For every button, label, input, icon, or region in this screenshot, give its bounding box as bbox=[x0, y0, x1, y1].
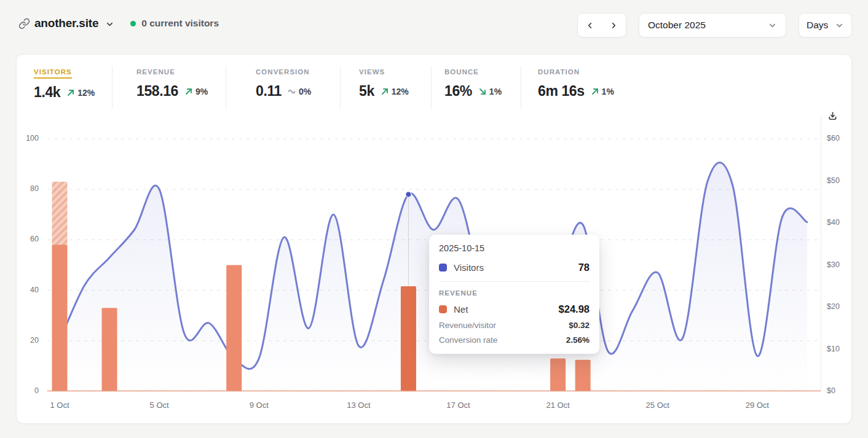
stat-value-row: 0.110% bbox=[256, 83, 311, 100]
tooltip-divider bbox=[439, 281, 590, 282]
trend-up-icon bbox=[184, 87, 195, 96]
visitors-swatch-icon bbox=[439, 264, 447, 272]
y-right-tick-label: $30 bbox=[827, 260, 840, 269]
stat-conversion[interactable]: CONVERSION0.110% bbox=[256, 66, 311, 100]
stat-separator bbox=[226, 66, 226, 109]
stat-visitors[interactable]: VISITORS1.4k12% bbox=[34, 66, 95, 101]
stat-value-row: 6m 16s1% bbox=[538, 83, 614, 100]
tooltip-visitors-value: 78 bbox=[578, 262, 590, 273]
stat-trend-percent: 9% bbox=[195, 87, 208, 96]
chevron-down-icon bbox=[835, 21, 844, 30]
stat-label: DURATION bbox=[538, 68, 580, 77]
trend-flat-icon bbox=[288, 87, 299, 96]
stat-value-row: 158.169% bbox=[136, 83, 208, 100]
download-icon bbox=[827, 111, 838, 122]
period-nav bbox=[577, 13, 626, 37]
stat-value-row: 1.4k12% bbox=[34, 84, 95, 101]
y-left-tick-label: 20 bbox=[17, 336, 39, 345]
chevron-down-icon[interactable] bbox=[105, 20, 114, 29]
y-left-tick-label: 0 bbox=[17, 386, 39, 395]
trend-up-icon bbox=[381, 87, 392, 96]
stat-separator bbox=[112, 66, 112, 109]
stat-separator bbox=[521, 66, 521, 109]
stat-revenue[interactable]: REVENUE158.169% bbox=[136, 66, 208, 100]
header: another.site 0 current visitors bbox=[18, 17, 219, 30]
chevron-right-icon bbox=[609, 21, 618, 30]
stat-value: 0.11 bbox=[256, 83, 282, 100]
trend-up-icon bbox=[591, 87, 602, 96]
stat-trend-percent: 1% bbox=[602, 87, 614, 96]
y-left-tick-label: 100 bbox=[17, 134, 39, 143]
x-tick-label: 21 Oct bbox=[540, 401, 577, 410]
prev-period-button[interactable] bbox=[581, 16, 599, 34]
y-right-tick-label: $10 bbox=[827, 345, 840, 353]
stat-label: VIEWS bbox=[359, 68, 385, 77]
stat-value: 5k bbox=[359, 83, 374, 100]
tooltip-conversion-rate-row: Conversion rate 2.56% bbox=[439, 335, 590, 345]
period-selector[interactable]: October 2025 bbox=[639, 13, 786, 37]
y-right-tick-label: $50 bbox=[827, 176, 840, 185]
stat-value: 1.4k bbox=[34, 84, 60, 101]
next-period-button[interactable] bbox=[605, 16, 623, 34]
tooltip-revenue-per-visitor-row: Revenue/visitor $0.32 bbox=[439, 321, 590, 330]
tooltip-net-row: Net $24.98 bbox=[439, 303, 590, 315]
stat-value: 158.16 bbox=[136, 83, 178, 100]
download-button[interactable] bbox=[824, 108, 841, 125]
stat-value-row: 5k12% bbox=[359, 83, 409, 100]
stat-label: CONVERSION bbox=[256, 68, 310, 77]
site-switcher[interactable]: another.site bbox=[34, 17, 98, 30]
stat-label: BOUNCE bbox=[444, 68, 479, 77]
y-right-tick-label: $20 bbox=[827, 302, 840, 311]
tooltip-net-label: Net bbox=[454, 304, 468, 315]
x-tick-label: 13 Oct bbox=[340, 401, 377, 410]
current-visitors: 0 current visitors bbox=[130, 18, 219, 29]
y-left-tick-label: 60 bbox=[17, 235, 39, 243]
chevron-down-icon bbox=[768, 21, 777, 30]
tooltip-date: 2025-10-15 bbox=[439, 243, 590, 253]
y-right-tick-label: $0 bbox=[827, 386, 835, 395]
x-tick-label: 17 Oct bbox=[440, 401, 476, 410]
y-right-tick-label: $60 bbox=[827, 134, 840, 143]
x-tick-label: 25 Oct bbox=[639, 401, 676, 410]
x-tick-label: 29 Oct bbox=[739, 401, 776, 410]
trend-up-icon bbox=[66, 88, 77, 97]
y-left-tick-label: 80 bbox=[17, 184, 39, 193]
stat-value-row: 16%1% bbox=[444, 83, 502, 100]
x-tick-label: 5 Oct bbox=[141, 401, 178, 410]
stat-trend-percent: 1% bbox=[489, 87, 502, 96]
stat-views[interactable]: VIEWS5k12% bbox=[359, 66, 409, 100]
x-tick-label: 9 Oct bbox=[240, 401, 277, 410]
x-tick-label: 1 Oct bbox=[41, 401, 78, 410]
stat-label: REVENUE bbox=[136, 68, 175, 77]
stat-label: VISITORS bbox=[34, 68, 72, 79]
stat-trend-percent: 12% bbox=[77, 88, 95, 98]
trend-down-icon bbox=[478, 87, 489, 96]
stat-separator bbox=[431, 66, 432, 109]
tooltip-net-value: $24.98 bbox=[559, 303, 590, 315]
stat-trend-percent: 12% bbox=[392, 87, 409, 96]
stat-duration[interactable]: DURATION6m 16s1% bbox=[538, 66, 614, 100]
tooltip-visitors-label: Visitors bbox=[454, 262, 484, 273]
link-icon bbox=[18, 18, 30, 29]
tooltip-revenue-heading: REVENUE bbox=[439, 289, 590, 297]
analytics-dashboard: another.site 0 current visitors October … bbox=[0, 0, 868, 438]
chevron-left-icon bbox=[585, 21, 594, 30]
live-dot-icon bbox=[130, 21, 136, 26]
y-right-tick-label: $40 bbox=[827, 218, 840, 227]
y-left-tick-label: 40 bbox=[17, 286, 39, 294]
stat-value: 16% bbox=[444, 83, 472, 100]
period-label: October 2025 bbox=[648, 20, 706, 31]
stat-bounce[interactable]: BOUNCE16%1% bbox=[444, 66, 502, 100]
chart-tooltip: 2025-10-15 Visitors 78 REVENUE Net $24.9… bbox=[429, 235, 599, 354]
stat-value: 6m 16s bbox=[538, 83, 585, 100]
net-revenue-swatch-icon bbox=[439, 305, 447, 313]
stat-separator bbox=[340, 66, 341, 109]
tooltip-visitors-row: Visitors 78 bbox=[439, 262, 590, 273]
stat-trend-percent: 0% bbox=[299, 87, 311, 96]
interval-selector[interactable]: Days bbox=[799, 13, 852, 37]
interval-label: Days bbox=[807, 20, 828, 31]
